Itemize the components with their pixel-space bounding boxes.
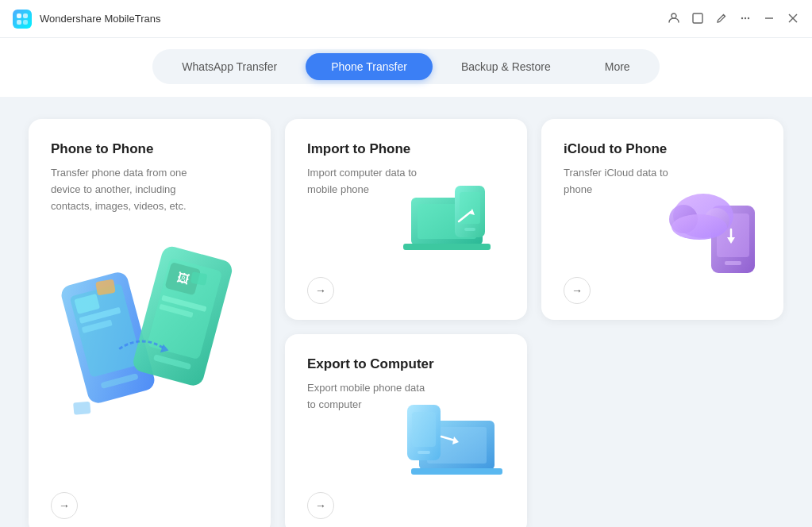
svg-rect-3: [23, 20, 28, 25]
menu-icon[interactable]: [739, 12, 752, 26]
minimize-icon[interactable]: [763, 12, 775, 26]
phone-illus: 🖼: [51, 230, 248, 492]
import-illustration: [403, 182, 514, 280]
svg-point-7: [745, 17, 746, 18]
window-controls: [668, 12, 799, 26]
svg-point-6: [741, 17, 743, 18]
card-phone-to-phone[interactable]: Phone to Phone Transfer phone data from …: [29, 119, 271, 527]
svg-rect-0: [17, 13, 21, 18]
svg-rect-2: [17, 20, 21, 25]
tab-phone[interactable]: Phone Transfer: [306, 53, 433, 80]
app-icon: [13, 10, 32, 29]
nav-tabs: WhatsApp Transfer Phone Transfer Backup …: [152, 49, 659, 84]
export-illustration: [403, 397, 514, 495]
nav-bar: WhatsApp Transfer Phone Transfer Backup …: [0, 38, 812, 97]
icloud-illustration: [668, 182, 771, 280]
svg-rect-1: [23, 13, 28, 18]
svg-point-42: [672, 214, 727, 240]
window-icon[interactable]: [691, 12, 704, 26]
card-export-arrow[interactable]: →: [307, 492, 334, 519]
svg-rect-5: [693, 13, 702, 23]
svg-rect-49: [418, 451, 430, 454]
title-bar-left: Wondershare MobileTrans: [13, 10, 160, 29]
title-bar: Wondershare MobileTrans: [0, 0, 812, 38]
svg-rect-48: [412, 412, 436, 447]
card-import[interactable]: Import to Phone Import computer data to …: [285, 119, 527, 320]
card-phone-to-phone-title: Phone to Phone: [51, 141, 248, 157]
card-export-title: Export to Computer: [307, 356, 505, 372]
card-phone-to-phone-desc: Transfer phone data from one device to a…: [51, 165, 210, 214]
card-icloud-desc: Transfer iCloud data to phone: [564, 165, 683, 198]
tab-backup[interactable]: Backup & Restore: [436, 53, 576, 80]
svg-rect-38: [725, 261, 741, 265]
card-icloud-title: iCloud to Phone: [564, 141, 761, 157]
svg-rect-46: [411, 468, 502, 475]
content-grid: Phone to Phone Transfer phone data from …: [0, 97, 812, 527]
svg-point-4: [672, 13, 676, 18]
close-icon[interactable]: [787, 12, 799, 26]
tab-more[interactable]: More: [579, 53, 656, 80]
svg-rect-31: [403, 244, 491, 250]
svg-rect-28: [73, 402, 90, 415]
card-phone-to-phone-arrow[interactable]: →: [51, 492, 78, 519]
profile-icon[interactable]: [668, 12, 680, 26]
card-icloud-arrow[interactable]: →: [564, 277, 591, 304]
card-export[interactable]: Export to Computer Export mobile phone d…: [285, 334, 527, 527]
card-import-title: Import to Phone: [307, 141, 505, 157]
app-title-text: Wondershare MobileTrans: [40, 13, 160, 25]
card-import-arrow[interactable]: →: [307, 277, 334, 304]
card-icloud[interactable]: iCloud to Phone Transfer iCloud data to …: [541, 119, 783, 320]
edit-icon[interactable]: [715, 12, 728, 26]
svg-point-8: [748, 17, 749, 18]
tab-whatsapp[interactable]: WhatsApp Transfer: [156, 53, 302, 80]
svg-rect-34: [464, 228, 475, 231]
